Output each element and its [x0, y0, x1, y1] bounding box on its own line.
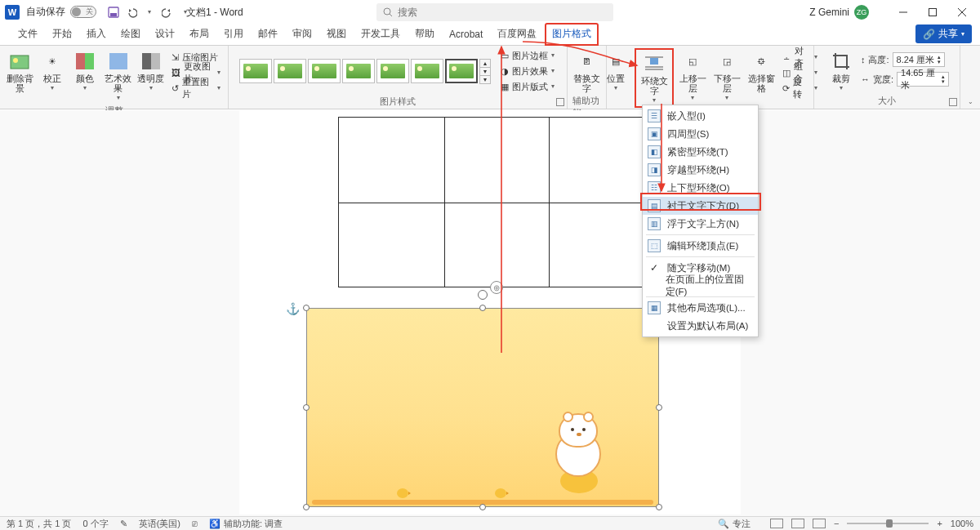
resize-handle-t[interactable] [479, 305, 486, 311]
height-field[interactable]: ↕高度:8.24 厘米▴▾ [861, 51, 949, 68]
search-input[interactable]: 搜索 [376, 3, 613, 21]
menu-set-default-layout[interactable]: 设置为默认布局(A) [643, 317, 758, 335]
menu-tight[interactable]: ◧紧密型环绕(T) [643, 143, 758, 161]
menu-edit-wrap-points[interactable]: ⬚编辑环绕顶点(E) [643, 237, 758, 255]
tab-mailings[interactable]: 邮件 [252, 24, 284, 45]
tab-developer[interactable]: 开发工具 [354, 24, 407, 45]
ribbon-tabs: 文件 开始 插入 绘图 设计 布局 引用 邮件 审阅 视图 开发工具 帮助 Ac… [0, 24, 980, 45]
picture-border-button[interactable]: ▭图片边框▾ [498, 48, 557, 63]
menu-fix-position[interactable]: 在页面上的位置固定(F) [643, 277, 758, 295]
autosave-toggle[interactable]: 自动保存 关 [26, 5, 96, 19]
redo-icon[interactable] [161, 6, 174, 19]
search-icon [383, 7, 393, 17]
view-web-button[interactable] [813, 519, 826, 528]
artistic-effects-button[interactable]: 艺术效果▾ [104, 48, 133, 103]
tab-draw[interactable]: 绘图 [114, 24, 147, 45]
style-thumb-7[interactable] [445, 59, 478, 83]
check-icon: ✓ [648, 262, 661, 274]
table-in-document[interactable]: ⊕ [338, 117, 655, 287]
styles-scroll-up[interactable]: ▴ [480, 60, 490, 67]
style-thumb-4[interactable] [342, 59, 375, 83]
transparency-button[interactable]: 透明度▾ [136, 48, 166, 93]
status-page[interactable]: 第 1 页，共 1 页 [7, 518, 71, 530]
send-backward-button[interactable]: ◲下移一层▾ [711, 48, 742, 103]
tab-references[interactable]: 引用 [217, 24, 250, 45]
ribbon-collapse-button[interactable]: ⌄ [960, 46, 980, 109]
reset-picture-button[interactable]: ↺重置图片▾ [169, 81, 223, 96]
status-wordcount[interactable]: 0 个字 [82, 518, 108, 530]
width-field[interactable]: ↔宽度:14.65 厘米▴▾ [861, 71, 949, 87]
style-thumb-6[interactable] [411, 59, 443, 83]
tab-insert[interactable]: 插入 [80, 24, 113, 45]
menu-square[interactable]: ▣四周型(S) [643, 125, 758, 143]
crop-button[interactable]: 裁剪▾ [825, 48, 858, 93]
zoom-in-button[interactable]: + [937, 519, 942, 528]
view-read-button[interactable] [770, 519, 783, 528]
style-thumb-1[interactable] [239, 59, 272, 83]
undo-icon[interactable] [125, 6, 138, 19]
styles-launcher[interactable] [556, 98, 564, 106]
tab-baidu[interactable]: 百度网盘 [491, 24, 543, 45]
menu-through[interactable]: ◨穿越型环绕(H) [643, 161, 758, 179]
resize-handle-br[interactable] [656, 504, 662, 510]
view-print-button[interactable] [791, 519, 804, 528]
share-button[interactable]: 🔗共享▾ [915, 24, 972, 43]
menu-infront-text[interactable]: ▥浮于文字上方(N) [643, 215, 758, 233]
picture-effects-button[interactable]: ◑图片效果▾ [498, 64, 557, 78]
position-button[interactable]: ▤位置▾ [601, 48, 632, 93]
tab-help[interactable]: 帮助 [408, 24, 441, 45]
remove-background-button[interactable]: 删除背景 [5, 48, 34, 93]
tab-home[interactable]: 开始 [46, 24, 78, 45]
styles-scroll-down[interactable]: ▾ [480, 67, 490, 75]
menu-inline[interactable]: ☰嵌入型(I) [643, 107, 758, 125]
account-button[interactable]: Z Gemini ZG [809, 5, 869, 20]
zoom-slider[interactable] [847, 523, 929, 524]
tab-file[interactable]: 文件 [11, 24, 44, 45]
status-bar: 第 1 页，共 1 页 0 个字 ✎ 英语(美国) ⎚ ♿ 辅助功能: 调查 🔍… [0, 516, 980, 530]
table-resize-handle[interactable]: ⊕ [490, 281, 503, 294]
corrections-button[interactable]: ☀校正▾ [38, 48, 67, 93]
rotate-handle[interactable] [478, 290, 488, 300]
autosave-switch[interactable]: 关 [70, 6, 96, 18]
maximize-button[interactable] [918, 0, 947, 24]
style-thumb-3[interactable] [308, 59, 341, 83]
save-icon[interactable] [107, 6, 120, 19]
tab-design[interactable]: 设计 [149, 24, 181, 45]
picture-layout-button[interactable]: ▦图片版式▾ [498, 79, 557, 94]
color-icon [74, 51, 96, 72]
resize-handle-bl[interactable] [303, 504, 310, 510]
minimize-button[interactable] [889, 0, 918, 24]
menu-more-layout[interactable]: ▦其他布局选项(L)... [643, 299, 758, 317]
focus-mode-button[interactable]: 🔍 专注 [718, 518, 751, 530]
style-thumb-5[interactable] [376, 59, 409, 83]
selected-picture[interactable] [306, 308, 659, 507]
resize-handle-b[interactable] [479, 504, 486, 510]
tab-layout[interactable]: 布局 [183, 24, 216, 45]
tab-review[interactable]: 审阅 [286, 24, 318, 45]
tab-picture-format[interactable]: 图片格式 [545, 23, 599, 46]
status-accessibility[interactable]: ♿ 辅助功能: 调查 [209, 518, 283, 530]
zoom-out-button[interactable]: − [834, 519, 839, 528]
height-icon: ↕ [861, 55, 866, 65]
tab-view[interactable]: 视图 [320, 24, 353, 45]
resize-handle-r[interactable] [656, 404, 662, 411]
style-thumb-2[interactable] [274, 59, 306, 83]
status-language[interactable]: 英语(美国) [139, 518, 180, 530]
alt-text-button[interactable]: 🖹替换文字 [571, 48, 604, 93]
wrap-text-button[interactable]: 环绕文字▾ [637, 51, 671, 105]
styles-more[interactable]: ▾ [480, 75, 490, 83]
close-button[interactable] [947, 0, 977, 24]
selection-pane-button[interactable]: ⯐选择窗格 [746, 48, 777, 93]
status-predict[interactable]: ⎚ [192, 519, 198, 528]
tab-acrobat[interactable]: Acrobat [443, 25, 489, 44]
resize-handle-l[interactable] [303, 404, 310, 411]
resize-handle-tl[interactable] [303, 305, 310, 311]
undo-more-icon[interactable]: ▾ [143, 6, 156, 19]
zoom-value[interactable]: 100% [951, 519, 973, 528]
status-spellcheck[interactable]: ✎ [120, 519, 127, 529]
menu-behind-text[interactable]: ▤衬于文字下方(D) [643, 197, 758, 215]
size-launcher[interactable] [949, 98, 957, 106]
menu-topbottom[interactable]: ☷上下型环绕(O) [643, 179, 758, 197]
color-button[interactable]: 颜色▾ [70, 48, 100, 93]
bring-forward-button[interactable]: ◱上移一层▾ [677, 48, 708, 103]
